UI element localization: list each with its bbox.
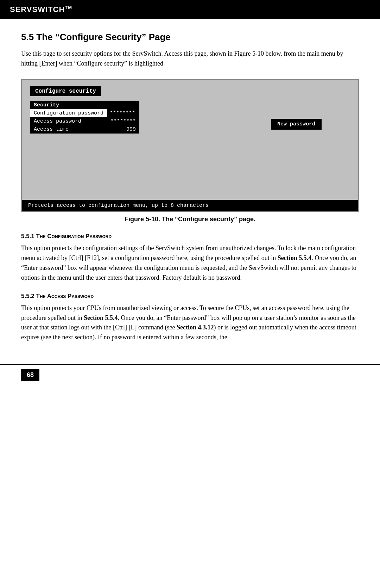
subsection-551-number: 5.5.1 (21, 233, 36, 240)
figure-spacer (30, 134, 350, 190)
main-content: 5.5 The “Configure Security” Page Use th… (0, 19, 380, 364)
intro-paragraph: Use this page to set security options fo… (21, 49, 359, 69)
subsection-552-title: Access Password (47, 293, 94, 299)
row-label: Configuration password (30, 109, 107, 117)
section-ref-554b: Section 5.5.4 (84, 314, 118, 321)
subsection-551-heading: 5.5.1 The Configuration Password (21, 233, 359, 240)
figure-inner: Configure security Security Configuratio… (22, 80, 358, 196)
footer: 68 (0, 364, 380, 385)
security-panel: Security Configuration password ********… (30, 101, 139, 134)
security-label: Security (30, 101, 139, 109)
subsection-552-number: 5.5.2 (21, 293, 36, 299)
row-label: Access password (30, 117, 107, 125)
figure-status-bar: Protects access to configuration menu, u… (22, 200, 358, 211)
table-row: Access time 999 (30, 125, 139, 134)
new-password-button[interactable]: New password (271, 119, 322, 130)
security-table: Configuration password ******** Access p… (30, 109, 139, 134)
header-bar: SERVSWITCHTM (0, 0, 380, 19)
subsection-552-title-prefix: The (36, 293, 47, 299)
subsection-552-body: This option protects your CPUs from unau… (21, 303, 359, 343)
section-ref-4312: Section 4.3.12 (177, 324, 214, 331)
row-label: Access time (30, 125, 107, 134)
row-value: ******** (107, 117, 139, 125)
table-row: Configuration password ******** (30, 109, 139, 117)
row-value: ******** (107, 109, 139, 117)
brand-name: SERVSWITCH (10, 5, 65, 14)
section-title: 5.5 The “Configure Security” Page (21, 32, 359, 43)
section-ref-554a: Section 5.5.4 (278, 254, 312, 261)
trademark-symbol: TM (65, 5, 72, 10)
table-row: Access password ******** (30, 117, 139, 125)
figure-caption: Figure 5-10. The “Configure security” pa… (21, 216, 359, 223)
subsection-552-heading: 5.5.2 The Access Password (21, 293, 359, 300)
figure-box: Configure security Security Configuratio… (21, 79, 359, 212)
subsection-551-title: Configuration Password (47, 233, 112, 240)
figure-content-row: Security Configuration password ********… (30, 101, 350, 134)
page-number: 68 (21, 369, 39, 381)
row-value: 999 (107, 125, 139, 134)
configure-security-title: Configure security (30, 86, 101, 96)
subsection-551-body: This option protects the configuration s… (21, 243, 359, 283)
subsection-551-title-prefix: The (36, 233, 48, 240)
